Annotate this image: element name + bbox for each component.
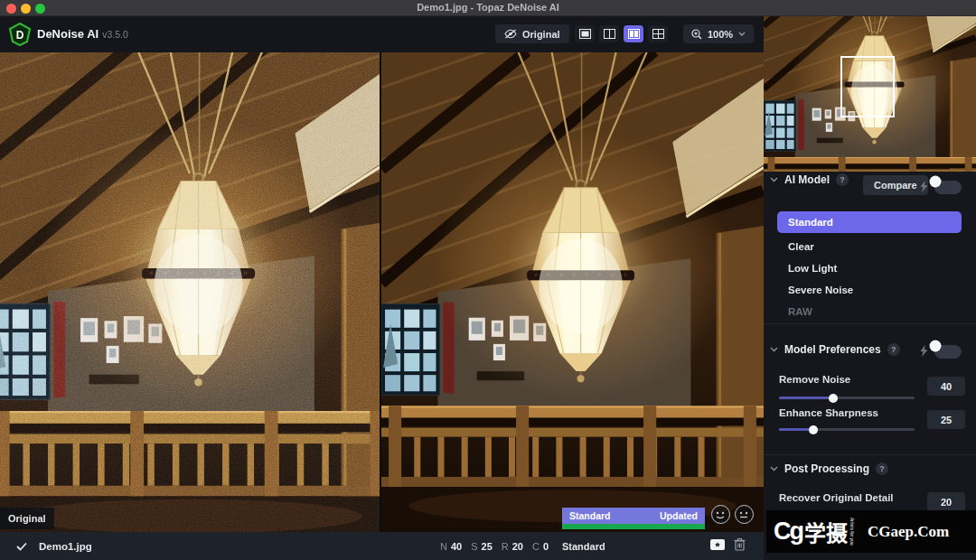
feedback-happy-button[interactable] <box>711 505 730 524</box>
processed-image-panel[interactable]: Standard Updated <box>381 52 764 532</box>
zoom-control[interactable]: 100% <box>683 24 754 43</box>
collapse-post-processing-icon[interactable] <box>770 466 778 471</box>
window-title: Demo1.jpg - Topaz DeNoise AI <box>0 2 976 13</box>
show-original-button[interactable]: Original <box>495 24 569 43</box>
remove-noise-slider[interactable] <box>779 397 915 399</box>
svg-text:D: D <box>16 29 24 42</box>
collapse-model-preferences-icon[interactable] <box>770 347 778 352</box>
collapse-ai-model-icon[interactable] <box>770 177 778 182</box>
status-model-label: Standard <box>569 510 611 521</box>
side-by-side-view-button[interactable] <box>624 25 643 42</box>
watermark-site: CGaep.Com <box>868 523 949 541</box>
photo-original <box>0 52 380 532</box>
ai-model-auto-toggle[interactable] <box>934 181 962 194</box>
param-recover: R20 <box>502 541 523 552</box>
single-view-button[interactable] <box>575 25 595 42</box>
model-preferences-title: Model Preferences <box>784 343 881 356</box>
status-bar-model: Standard Updated <box>562 508 705 524</box>
enhance-sharpness-value[interactable]: 25 <box>927 410 965 429</box>
photo-processed <box>381 52 764 532</box>
remove-noise-label: Remove Noise <box>779 374 850 385</box>
app-window: Demo1.jpg - Topaz DeNoise AI D DeNoise A… <box>0 0 976 560</box>
quad-view-button[interactable] <box>648 25 668 42</box>
ai-model-help-icon[interactable]: ? <box>836 173 849 186</box>
zoom-in-icon <box>691 29 702 40</box>
navigator-view-rect[interactable] <box>840 56 895 117</box>
split-view-button[interactable] <box>599 25 619 42</box>
recover-original-detail-value[interactable]: 20 <box>927 492 965 511</box>
watermark-logo-latin: Cg <box>774 518 802 546</box>
view-mode-group <box>575 25 668 42</box>
right-sidebar: AI Model ? Compare Standard Clear Low Li… <box>764 16 976 560</box>
enhance-sharpness-label: Enhance Sharpness <box>779 407 878 418</box>
section-divider <box>764 454 976 455</box>
status-progress-strip <box>562 524 705 529</box>
bottom-model-label: Standard <box>562 541 605 552</box>
status-updated-label: Updated <box>660 510 698 521</box>
param-noise: N40 <box>440 541 462 552</box>
zoom-value: 100% <box>708 29 733 40</box>
chevron-down-icon <box>738 32 746 36</box>
image-viewer: Standard Updated Original <box>0 52 764 532</box>
quad-view-icon <box>652 29 664 39</box>
watermark-banner: Cg 学摄 Artists for you CGaep.Com <box>766 510 976 553</box>
recover-original-detail-label: Recover Original Detail <box>779 492 894 503</box>
topaz-logo-icon: D <box>8 23 32 46</box>
enhance-sharpness-slider[interactable] <box>779 428 915 431</box>
original-image-panel[interactable] <box>0 52 380 532</box>
model-option-raw: RAW <box>777 302 962 322</box>
post-processing-title: Post Processing <box>784 462 869 475</box>
file-list-item[interactable]: Demo1.jpg <box>16 541 92 552</box>
remove-noise-slider-knob[interactable] <box>829 394 838 403</box>
model-preferences-help-icon[interactable]: ? <box>887 343 900 356</box>
split-view-icon <box>604 29 615 39</box>
ai-model-title: AI Model <box>784 173 830 186</box>
toggle-knob <box>930 176 942 188</box>
toggle-knob <box>930 341 942 352</box>
image-icon <box>710 539 725 550</box>
checkmark-icon <box>16 542 27 551</box>
model-option-severe-noise[interactable]: Severe Noise <box>777 280 962 300</box>
remove-noise-value[interactable]: 40 <box>927 377 965 396</box>
side-by-side-view-icon <box>628 29 640 39</box>
processing-status-bar: Standard Updated <box>562 508 705 529</box>
auto-bolt-icon <box>920 345 928 357</box>
model-preferences-header: Model Preferences ? <box>770 343 900 356</box>
app-version: v3.5.0 <box>102 29 128 40</box>
preview-thumbnail-button[interactable] <box>710 539 725 550</box>
navigator-thumbnail[interactable] <box>764 16 976 172</box>
neutral-face-icon <box>736 507 752 523</box>
post-processing-header: Post Processing ? <box>770 462 888 475</box>
smiley-face-icon <box>712 507 728 523</box>
feedback-neutral-button[interactable] <box>735 505 754 524</box>
settings-summary: N40 S25 R20 C0 <box>440 541 549 552</box>
model-option-low-light[interactable]: Low Light <box>777 258 962 278</box>
watermark-tagline: Artists for you <box>849 518 855 546</box>
model-option-standard[interactable]: Standard <box>777 211 962 233</box>
eye-off-icon <box>504 29 517 39</box>
single-view-icon <box>579 29 591 39</box>
macos-titlebar: Demo1.jpg - Topaz DeNoise AI <box>0 0 976 16</box>
watermark-logo-cjk: 学摄 <box>804 516 848 547</box>
section-divider <box>764 323 976 324</box>
slider-fill <box>779 397 833 399</box>
model-preferences-auto-toggle[interactable] <box>934 345 962 359</box>
show-original-label: Original <box>522 29 560 40</box>
delete-button[interactable] <box>734 537 746 551</box>
current-filename: Demo1.jpg <box>39 541 92 552</box>
enhance-sharpness-slider-knob[interactable] <box>809 425 818 434</box>
param-sharpness: S25 <box>471 541 493 552</box>
trash-icon <box>734 537 746 551</box>
ai-model-header: AI Model ? <box>770 173 849 186</box>
model-option-clear[interactable]: Clear <box>777 237 962 257</box>
post-processing-help-icon[interactable]: ? <box>876 462 888 475</box>
top-toolbar: D DeNoise AIv3.5.0 Original <box>0 16 764 52</box>
compare-button[interactable]: Compare <box>863 175 928 195</box>
bottom-bar: Demo1.jpg N40 S25 R20 C0 Standard <box>0 532 764 560</box>
app-name: DeNoise AIv3.5.0 <box>37 27 128 41</box>
param-color: C0 <box>532 541 549 552</box>
auto-bolt-icon <box>920 181 928 192</box>
original-panel-label: Original <box>0 508 54 529</box>
